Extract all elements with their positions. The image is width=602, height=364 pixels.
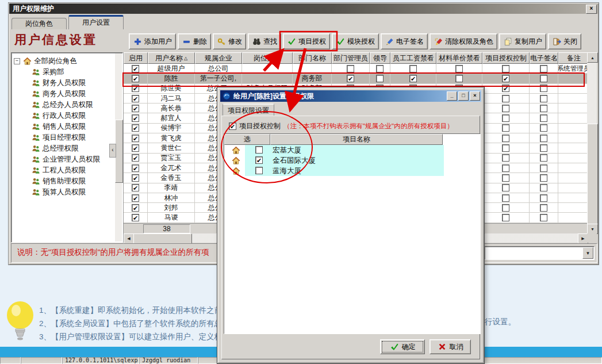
project-auth-checkbox-cell[interactable]: [482, 213, 530, 223]
project-auth-checkbox[interactable]: [502, 184, 509, 191]
project-row[interactable]: 蓝海大厦: [224, 166, 480, 176]
esign-checkbox-cell[interactable]: [530, 154, 558, 163]
tab-user-settings[interactable]: 用户设置: [68, 15, 124, 29]
remark-cell[interactable]: [558, 94, 589, 104]
project-select-checkbox[interactable]: [255, 167, 263, 174]
enabled-cell[interactable]: ✔: [124, 74, 148, 83]
esign-checkbox[interactable]: [540, 124, 547, 132]
column-project-name[interactable]: 项目名称: [270, 134, 443, 145]
leader-checkbox-cell[interactable]: [370, 74, 390, 83]
project-auth-checkbox-cell[interactable]: [482, 154, 530, 163]
column-header-8[interactable]: 材料单价禁看: [436, 52, 482, 64]
column-select[interactable]: 选: [224, 134, 270, 145]
role-cell[interactable]: [242, 74, 293, 83]
esign-checkbox-cell[interactable]: [530, 183, 558, 193]
remark-cell[interactable]: [558, 193, 589, 203]
esign-checkbox-cell[interactable]: [530, 94, 558, 104]
project-auth-checkbox-cell[interactable]: [482, 183, 530, 193]
hscroll-thumb[interactable]: [133, 233, 192, 244]
remark-cell[interactable]: [558, 183, 589, 193]
column-header-6[interactable]: 领导: [370, 52, 390, 64]
esign-checkbox-cell[interactable]: [530, 143, 558, 153]
project-auth-checkbox-cell[interactable]: [482, 133, 530, 143]
project-auth-checkbox-cell[interactable]: [482, 94, 530, 104]
enabled-checkbox[interactable]: ✔: [132, 154, 139, 162]
leader-checkbox[interactable]: [376, 65, 384, 72]
esign-checkbox[interactable]: [540, 144, 547, 152]
close-icon[interactable]: ×: [470, 91, 480, 101]
project-auth-checkbox[interactable]: [502, 114, 509, 122]
user-name-cell[interactable]: 冯二马: [148, 94, 195, 104]
sidebar-item-role-8[interactable]: 企业管理人员权限: [14, 154, 114, 165]
remark-cell[interactable]: [558, 84, 589, 94]
project-auth-checkbox-cell[interactable]: ✔: [482, 84, 530, 94]
enabled-cell[interactable]: ✔: [124, 84, 148, 94]
project-row[interactable]: ✔金石国际大厦: [224, 155, 480, 166]
esign-checkbox[interactable]: [540, 214, 547, 221]
project-select-checkbox[interactable]: ✔: [255, 156, 263, 164]
column-header-0[interactable]: 启用: [124, 52, 148, 64]
minimize-icon[interactable]: _: [447, 91, 457, 101]
sidebar-item-role-6[interactable]: 项目经理权限: [14, 132, 114, 143]
remark-cell[interactable]: [558, 154, 589, 163]
dept-cell[interactable]: 商务部: [293, 74, 332, 83]
project-auth-checkbox-cell[interactable]: [482, 64, 530, 74]
esign-checkbox-cell[interactable]: [530, 124, 558, 133]
enabled-cell[interactable]: ✔: [124, 154, 148, 163]
material-hidden-checkbox-cell[interactable]: [436, 64, 482, 74]
remark-cell[interactable]: 系统管理员: [558, 64, 589, 74]
esign-checkbox[interactable]: [540, 194, 547, 202]
toolbar-button-1[interactable]: 删除: [178, 33, 211, 49]
enabled-checkbox[interactable]: ✔: [132, 214, 139, 221]
remark-cell[interactable]: [558, 213, 589, 223]
enabled-checkbox[interactable]: ✔: [132, 75, 139, 82]
remark-cell[interactable]: [558, 124, 589, 133]
project-auth-checkbox[interactable]: [502, 154, 509, 162]
toolbar-button-6[interactable]: 电子签名: [381, 33, 428, 49]
dept-cell[interactable]: [293, 64, 332, 74]
esign-checkbox-cell[interactable]: [530, 64, 558, 74]
sidebar-item-role-4[interactable]: 行政人员权限: [14, 110, 114, 121]
project-auth-checkbox-cell[interactable]: [482, 173, 530, 183]
scroll-down-icon[interactable]: ▼: [587, 224, 598, 234]
enabled-cell[interactable]: ✔: [124, 64, 148, 74]
splitter-collapse-button[interactable]: ‹: [109, 144, 116, 158]
remark-cell[interactable]: [558, 104, 589, 113]
user-name-cell[interactable]: 李靖: [148, 183, 195, 193]
toolbar-button-4[interactable]: 项目授权: [283, 33, 330, 49]
dept-admin-checkbox[interactable]: ✔: [347, 75, 354, 82]
cancel-button[interactable]: 取消: [430, 339, 471, 354]
column-header-3[interactable]: 岗位角色: [242, 52, 293, 64]
user-name-cell[interactable]: 黄世仁: [148, 143, 195, 153]
enabled-cell[interactable]: ✔: [124, 213, 148, 223]
user-name-cell[interactable]: 高长恭: [148, 104, 195, 113]
project-auth-checkbox-cell[interactable]: ✔: [482, 74, 530, 83]
esign-checkbox-cell[interactable]: [530, 84, 558, 94]
tab-position-roles[interactable]: 岗位角色: [11, 18, 67, 29]
project-auth-checkbox-cell[interactable]: [482, 143, 530, 153]
esign-checkbox-cell[interactable]: [530, 104, 558, 113]
enabled-checkbox[interactable]: ✔: [132, 85, 139, 92]
vscroll-thumb[interactable]: [587, 124, 598, 224]
toolbar-button-8[interactable]: 复制用户: [499, 33, 546, 49]
remark-cell[interactable]: [558, 74, 589, 83]
user-name-cell[interactable]: 金香玉: [148, 173, 195, 183]
column-header-4[interactable]: 部门名称: [293, 52, 332, 64]
collapse-expander-icon[interactable]: −: [14, 58, 20, 64]
remark-cell[interactable]: [558, 113, 589, 123]
material-hidden-checkbox-cell[interactable]: [436, 74, 482, 83]
role-cell[interactable]: [242, 64, 293, 74]
esign-checkbox[interactable]: [540, 85, 547, 92]
ok-button[interactable]: 确定: [380, 339, 425, 354]
dept-admin-checkbox-cell[interactable]: [332, 64, 370, 74]
sidebar-item-role-5[interactable]: 销售人员权限: [14, 121, 114, 132]
esign-checkbox[interactable]: [540, 75, 547, 82]
sidebar-item-role-10[interactable]: 销售助理权限: [14, 176, 114, 187]
enabled-checkbox[interactable]: ✔: [132, 184, 139, 191]
enabled-cell[interactable]: ✔: [124, 143, 148, 153]
enabled-cell[interactable]: ✔: [124, 203, 148, 213]
close-icon[interactable]: ×: [586, 5, 597, 14]
esign-checkbox[interactable]: [540, 65, 547, 72]
user-name-cell[interactable]: 刘邦: [148, 203, 195, 213]
project-row[interactable]: 宏基大厦: [224, 145, 480, 155]
